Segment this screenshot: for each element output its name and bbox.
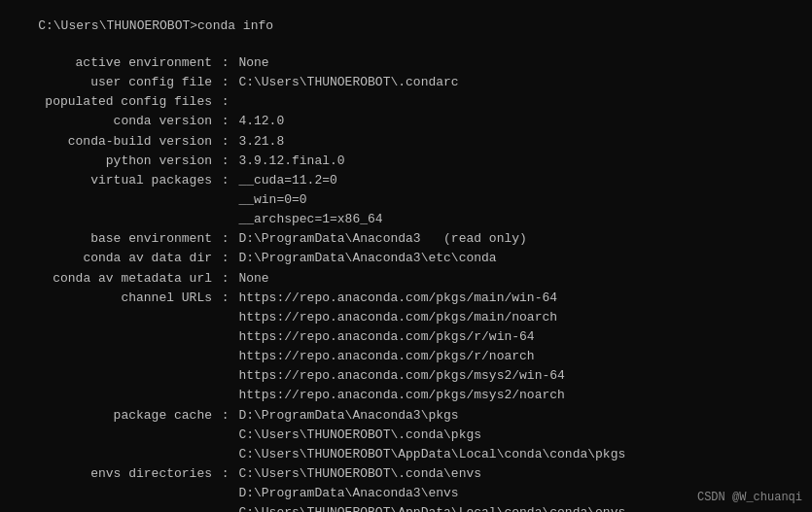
- command-line: C:\Users\THUNOEROBOT>conda info: [8, 4, 804, 48]
- info-sep: [212, 503, 238, 512]
- info-sep: :: [212, 171, 238, 190]
- info-val: C:\Users\THUNOEROBOT\.condarc: [238, 73, 804, 92]
- info-sep: :: [212, 289, 238, 308]
- info-row: conda-build version : 3.21.8: [8, 132, 804, 152]
- info-sep: :: [212, 406, 238, 426]
- info-row: envs directories : C:\Users\THUNOEROBOT\…: [8, 464, 804, 484]
- info-key: [8, 190, 212, 210]
- info-val: 3.21.8: [238, 132, 804, 152]
- info-sep: :: [212, 73, 238, 92]
- watermark: CSDN @W_chuanqi: [697, 491, 802, 504]
- info-key: conda av metadata url: [8, 269, 212, 289]
- command: conda info: [197, 18, 273, 33]
- info-key: [8, 308, 212, 327]
- info-row: C:\Users\THUNOEROBOT\AppData\Local\conda…: [8, 503, 804, 512]
- info-val: __archspec=1=x86_64: [238, 210, 804, 229]
- info-key: [8, 210, 212, 229]
- info-key: python version: [8, 152, 212, 171]
- info-row: user config file : C:\Users\THUNOEROBOT\…: [8, 73, 804, 92]
- info-val: C:\Users\THUNOEROBOT\.conda\pkgs: [238, 426, 804, 445]
- info-val: 4.12.0: [238, 112, 804, 131]
- terminal-window: C:\Users\THUNOEROBOT>conda info active e…: [0, 0, 812, 512]
- info-sep: :: [212, 53, 238, 73]
- info-table: active environment : Noneuser config fil…: [8, 53, 804, 512]
- info-sep: :: [212, 152, 238, 171]
- info-key: [8, 366, 212, 386]
- info-val: __cuda=11.2=0: [238, 171, 804, 190]
- info-val: D:\ProgramData\Anaconda3\pkgs: [238, 406, 804, 426]
- info-sep: :: [212, 464, 238, 484]
- info-row: conda version : 4.12.0: [8, 112, 804, 131]
- info-val: C:\Users\THUNOEROBOT\.conda\envs: [238, 464, 804, 484]
- info-key: virtual packages: [8, 171, 212, 190]
- info-val: 3.9.12.final.0: [238, 152, 804, 171]
- info-sep: [212, 366, 238, 386]
- info-row: python version : 3.9.12.final.0: [8, 152, 804, 171]
- info-row: __win=0=0: [8, 190, 804, 210]
- info-sep: [212, 190, 238, 210]
- info-val: https://repo.anaconda.com/pkgs/msys2/win…: [238, 366, 804, 386]
- info-sep: [212, 210, 238, 229]
- info-sep: :: [212, 269, 238, 289]
- info-row: https://repo.anaconda.com/pkgs/msys2/noa…: [8, 386, 804, 405]
- info-row: C:\Users\THUNOEROBOT\AppData\Local\conda…: [8, 445, 804, 464]
- info-sep: :: [212, 229, 238, 249]
- prompt: C:\Users\THUNOEROBOT>: [38, 18, 197, 33]
- info-key: channel URLs: [8, 289, 212, 308]
- info-row: C:\Users\THUNOEROBOT\.conda\pkgs: [8, 426, 804, 445]
- info-key: [8, 445, 212, 464]
- info-key: user config file: [8, 73, 212, 92]
- info-val: C:\Users\THUNOEROBOT\AppData\Local\conda…: [238, 503, 804, 512]
- info-key: [8, 327, 212, 347]
- info-key: [8, 347, 212, 366]
- info-key: [8, 503, 212, 512]
- info-row: https://repo.anaconda.com/pkgs/msys2/win…: [8, 366, 804, 386]
- info-val: https://repo.anaconda.com/pkgs/r/noarch: [238, 347, 804, 366]
- info-sep: [212, 426, 238, 445]
- info-sep: :: [212, 112, 238, 131]
- info-row: D:\ProgramData\Anaconda3\envs: [8, 484, 804, 503]
- info-val: https://repo.anaconda.com/pkgs/main/win-…: [238, 289, 804, 308]
- info-key: conda-build version: [8, 132, 212, 152]
- info-row: package cache : D:\ProgramData\Anaconda3…: [8, 406, 804, 426]
- info-sep: [212, 327, 238, 347]
- info-key: package cache: [8, 406, 212, 426]
- info-key: [8, 386, 212, 405]
- info-sep: [212, 445, 238, 464]
- info-row: __archspec=1=x86_64: [8, 210, 804, 229]
- info-sep: [212, 386, 238, 405]
- info-sep: :: [212, 249, 238, 268]
- info-val: https://repo.anaconda.com/pkgs/msys2/noa…: [238, 386, 804, 405]
- info-key: [8, 484, 212, 503]
- info-row: active environment : None: [8, 53, 804, 73]
- info-val: C:\Users\THUNOEROBOT\AppData\Local\conda…: [238, 445, 804, 464]
- info-key: base environment: [8, 229, 212, 249]
- info-sep: :: [212, 92, 238, 112]
- info-val: [238, 92, 804, 112]
- info-key: [8, 426, 212, 445]
- info-val: D:\ProgramData\Anaconda3\etc\conda: [238, 249, 804, 268]
- info-val: https://repo.anaconda.com/pkgs/r/win-64: [238, 327, 804, 347]
- info-val: https://repo.anaconda.com/pkgs/main/noar…: [238, 308, 804, 327]
- info-sep: [212, 347, 238, 366]
- info-val: D:\ProgramData\Anaconda3 (read only): [238, 229, 804, 249]
- info-key: populated config files: [8, 92, 212, 112]
- info-sep: [212, 484, 238, 503]
- info-row: populated config files :: [8, 92, 804, 112]
- info-sep: :: [212, 132, 238, 152]
- info-key: active environment: [8, 53, 212, 73]
- info-sep: [212, 308, 238, 327]
- info-row: base environment : D:\ProgramData\Anacon…: [8, 229, 804, 249]
- info-row: https://repo.anaconda.com/pkgs/r/noarch: [8, 347, 804, 366]
- info-row: channel URLs : https://repo.anaconda.com…: [8, 289, 804, 308]
- info-row: https://repo.anaconda.com/pkgs/r/win-64: [8, 327, 804, 347]
- info-val: __win=0=0: [238, 190, 804, 210]
- info-row: https://repo.anaconda.com/pkgs/main/noar…: [8, 308, 804, 327]
- info-key: envs directories: [8, 464, 212, 484]
- info-val: None: [238, 53, 804, 73]
- info-key: conda version: [8, 112, 212, 131]
- info-val: None: [238, 269, 804, 289]
- info-row: conda av metadata url : None: [8, 269, 804, 289]
- info-row: conda av data dir : D:\ProgramData\Anaco…: [8, 249, 804, 268]
- info-key: conda av data dir: [8, 249, 212, 268]
